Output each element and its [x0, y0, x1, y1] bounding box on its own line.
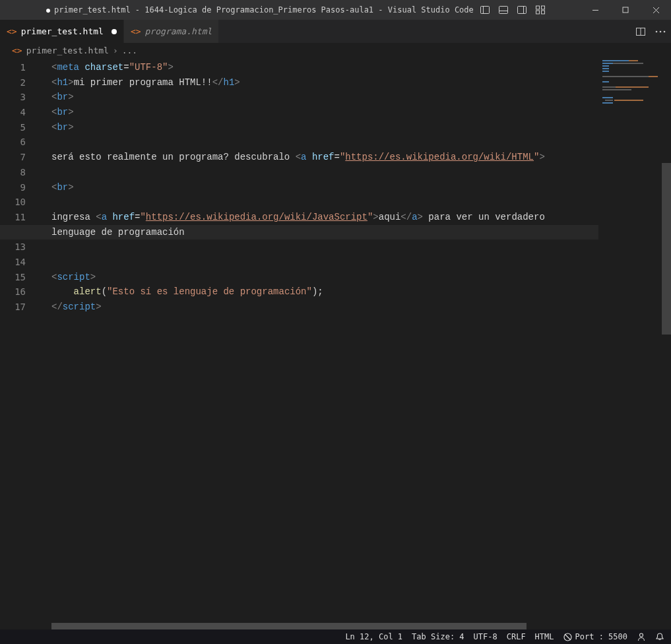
status-feedback-icon[interactable]: [637, 632, 646, 641]
close-button[interactable]: [641, 0, 671, 20]
code-line[interactable]: alert("Esto sí es lenguaje de programaci…: [51, 284, 598, 300]
code-line[interactable]: <br>: [51, 120, 598, 135]
breadcrumb[interactable]: <> primer_test.html › ...: [0, 43, 671, 57]
html-file-icon: <>: [12, 46, 22, 55]
line-number: 7: [0, 150, 26, 165]
html-file-icon: <>: [131, 26, 141, 36]
customize-layout-icon[interactable]: [531, 0, 550, 20]
toggle-primary-sidebar-icon[interactable]: [476, 0, 494, 20]
toggle-panel-icon[interactable]: [494, 0, 513, 20]
status-eol[interactable]: CRLF: [507, 632, 526, 641]
tab-bar: <> primer_test.html <> programa.html: [0, 20, 671, 43]
svg-point-21: [640, 633, 643, 637]
svg-rect-6: [536, 6, 540, 9]
code-content[interactable]: <meta charset="UTF-8"><h1>mi primer prog…: [51, 60, 598, 315]
window-title: ● primer_test.html - 1644-Logica de Prog…: [46, 5, 474, 15]
status-encoding[interactable]: UTF-8: [474, 632, 497, 641]
vertical-scrollbar[interactable]: [662, 57, 671, 629]
status-bar: Ln 12, Col 1 Tab Size: 4 UTF-8 CRLF HTML…: [0, 629, 671, 644]
window-titlebar: ● primer_test.html - 1644-Logica de Prog…: [0, 0, 671, 20]
code-line[interactable]: <br>: [51, 180, 598, 195]
code-line[interactable]: ingresa <a href="https://es.wikipedia.or…: [51, 210, 598, 225]
svg-point-18: [664, 30, 666, 32]
breadcrumb-separator-icon: ›: [113, 46, 118, 55]
code-line[interactable]: <script>: [51, 270, 598, 285]
horizontal-scrollbar[interactable]: [51, 623, 598, 629]
status-live-server[interactable]: Port : 5500: [563, 632, 627, 641]
line-number: 1: [0, 60, 26, 75]
minimap[interactable]: [598, 57, 662, 629]
svg-rect-11: [623, 7, 628, 13]
vertical-scrollbar-thumb[interactable]: [662, 163, 671, 335]
status-notifications-icon[interactable]: [655, 632, 664, 641]
code-line[interactable]: <br>: [51, 105, 598, 120]
code-editor[interactable]: 1234567891011121314151617 <meta charset=…: [0, 57, 671, 629]
code-line[interactable]: [51, 195, 598, 210]
line-number: 3: [0, 90, 26, 105]
tab-primer-test[interactable]: <> primer_test.html: [0, 20, 124, 43]
code-line[interactable]: <h1>mi primer programa HTML!!</h1>: [51, 75, 598, 90]
line-number: 10: [0, 195, 26, 210]
line-number: 16: [0, 284, 26, 300]
svg-rect-2: [499, 7, 508, 14]
line-number: 15: [0, 270, 26, 285]
line-number: 5: [0, 120, 26, 135]
line-number: 17: [0, 300, 26, 315]
code-line[interactable]: lenguage de programación: [0, 225, 598, 240]
svg-rect-8: [536, 11, 540, 14]
editor-layout-controls: [476, 0, 550, 20]
line-number: 11: [0, 210, 26, 225]
status-tab-size[interactable]: Tab Size: 4: [412, 632, 464, 641]
line-number: 14: [0, 255, 26, 270]
toggle-secondary-sidebar-icon[interactable]: [513, 0, 531, 20]
status-language[interactable]: HTML: [535, 632, 554, 641]
horizontal-scrollbar-thumb[interactable]: [51, 623, 527, 629]
code-line[interactable]: [51, 255, 598, 270]
code-line[interactable]: <br>: [51, 90, 598, 105]
window-controls: [580, 0, 671, 20]
line-number: 9: [0, 180, 26, 195]
code-line[interactable]: [51, 240, 598, 255]
line-number-gutter: 1234567891011121314151617: [0, 57, 36, 315]
svg-point-17: [660, 30, 662, 32]
title-text: primer_test.html - 1644-Logica de Progra…: [54, 5, 474, 15]
dirty-dot-icon: ●: [46, 7, 50, 14]
code-line[interactable]: <meta charset="UTF-8">: [51, 60, 598, 75]
split-editor-icon[interactable]: [635, 26, 646, 37]
breadcrumb-trail: ...: [122, 46, 137, 55]
svg-rect-7: [542, 6, 545, 9]
more-actions-icon[interactable]: [655, 26, 666, 37]
svg-line-20: [565, 634, 571, 640]
breadcrumb-file: primer_test.html: [26, 46, 109, 55]
code-line[interactable]: </script>: [51, 300, 598, 315]
code-line[interactable]: [51, 165, 598, 180]
tab-label: primer_test.html: [21, 26, 104, 36]
line-number: 2: [0, 75, 26, 90]
maximize-button[interactable]: [610, 0, 641, 20]
svg-point-16: [656, 30, 658, 32]
tab-programa[interactable]: <> programa.html: [124, 20, 219, 43]
tab-dirty-indicator-icon: [112, 29, 117, 34]
line-number: 6: [0, 135, 26, 150]
code-line[interactable]: será esto realmente un programa? descubr…: [51, 150, 598, 165]
status-cursor[interactable]: Ln 12, Col 1: [345, 632, 402, 641]
code-line[interactable]: [51, 135, 598, 150]
minimize-button[interactable]: [580, 0, 610, 20]
svg-rect-0: [481, 7, 490, 14]
svg-rect-9: [542, 11, 545, 14]
line-number: 13: [0, 240, 26, 255]
svg-rect-4: [518, 7, 527, 14]
line-number: 4: [0, 105, 26, 120]
line-number: 8: [0, 165, 26, 180]
html-file-icon: <>: [7, 26, 17, 36]
tab-label: programa.html: [145, 26, 212, 36]
